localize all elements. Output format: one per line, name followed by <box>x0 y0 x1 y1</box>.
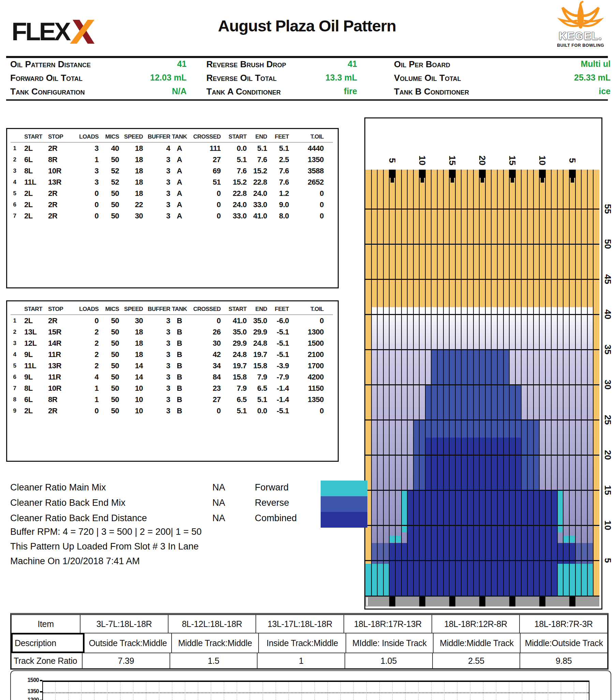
tape-vertical-gridline <box>522 682 522 700</box>
table-cell: 4 <box>143 144 170 153</box>
table-cell: B <box>170 361 189 370</box>
tape-vertical-gridline <box>470 682 470 700</box>
distance-label: 10 <box>601 518 614 532</box>
table-cell: 0 <box>189 212 221 221</box>
board-separator <box>431 170 432 596</box>
tape-vertical-gridline <box>457 682 458 700</box>
table-cell: 2100 <box>289 350 324 359</box>
board-separator <box>581 170 581 596</box>
row-number: 8 <box>7 396 22 403</box>
tape-vertical-gridline <box>548 682 548 700</box>
table-cell: 1500 <box>289 339 324 348</box>
oil-pattern-sheet: FLEX August Plaza Oil Pattern KEGEL. BUI… <box>0 0 614 700</box>
table-cell: 10R <box>46 384 75 393</box>
legend-label: Combined <box>255 513 297 524</box>
table-cell: 30 <box>119 316 143 325</box>
table-cell: 40 <box>99 144 119 153</box>
board-separator <box>503 170 504 596</box>
table-cell: 50 <box>99 316 119 325</box>
column-header: STOP <box>46 306 75 313</box>
board-separator <box>551 170 552 596</box>
table-cell: -1.4 <box>267 395 289 404</box>
tape-vertical-gridline <box>496 682 496 700</box>
table-cell: 3 <box>143 395 170 404</box>
table-cell: 1700 <box>289 361 324 370</box>
table-cell: 8R <box>46 155 75 164</box>
table-cell: 19.7 <box>221 361 247 370</box>
table-cell: 7.9 <box>221 384 247 393</box>
table-cell: A <box>170 178 189 187</box>
board-number-label: 10 <box>415 153 429 167</box>
table-cell: 15.2 <box>247 166 267 175</box>
board-marker <box>449 170 456 178</box>
board-separator <box>407 170 408 596</box>
distance-gridline <box>365 349 599 350</box>
board-number-label: 10 <box>536 153 549 167</box>
tape-vertical-gridline <box>379 682 380 700</box>
table-cell: A <box>170 189 189 198</box>
board-separator <box>533 170 534 596</box>
table-cell: 33.0 <box>247 200 267 209</box>
table-cell: 15R <box>46 328 75 337</box>
track-zone-cell: 2.55 <box>433 653 520 668</box>
table-cell: 2R <box>46 200 75 209</box>
table-cell: 0.0 <box>221 144 247 153</box>
board-separator <box>467 170 468 596</box>
table-cell: 18 <box>119 155 143 164</box>
info-value: 41 <box>98 59 187 69</box>
table-cell: 2R <box>46 189 75 198</box>
track-zone-header: 18L-18R:17R-13R <box>344 615 432 633</box>
page-title: August Plaza Oil Pattern <box>137 16 477 35</box>
table-cell: 10 <box>119 395 143 404</box>
table-cell: A <box>170 200 189 209</box>
board-separator <box>383 170 384 596</box>
track-zone-row: Item3L-7L:18L-18R8L-12L:18L-18R13L-17L:1… <box>11 615 607 633</box>
tape-vertical-gridline <box>55 682 55 700</box>
column-header: BUFFER <box>143 134 170 140</box>
board-separator <box>479 170 479 596</box>
table-cell: 15.2 <box>221 178 247 187</box>
table-cell: 18 <box>119 339 143 348</box>
table-cell: 84 <box>189 373 221 382</box>
table-cell: 29.9 <box>247 328 267 337</box>
board-marker <box>569 170 575 178</box>
column-header: END <box>247 306 267 313</box>
bar-marker <box>539 597 546 607</box>
kegel-wordmark: KEGEL. <box>552 30 609 42</box>
legend-swatch-combined <box>321 512 367 528</box>
table-cell: 0 <box>75 316 99 325</box>
track-zone-cell: Description <box>11 633 84 653</box>
table-cell: 0 <box>289 189 324 198</box>
board-separator <box>509 170 510 596</box>
board-marker <box>479 170 485 178</box>
tape-vertical-gridline <box>535 682 535 700</box>
table-cell: 41.0 <box>221 316 247 325</box>
table-cell: 0 <box>289 316 324 325</box>
pattern-rect <box>389 543 575 596</box>
board-separator <box>449 170 450 596</box>
table-cell: 22.8 <box>247 178 267 187</box>
table-cell: 52 <box>99 166 119 175</box>
column-header: LOADS <box>75 306 99 313</box>
tape-vertical-gridline <box>289 682 289 700</box>
table-cell: 7.6 <box>221 166 247 175</box>
table-cell: 24.0 <box>247 189 267 198</box>
table-cell: 18 <box>119 178 143 187</box>
table-cell: B <box>170 384 189 393</box>
table-cell: 6.5 <box>221 395 247 404</box>
upload-note-line1: This Pattern Up Loaded From Slot # 3 In … <box>10 541 199 552</box>
table-cell: 4 <box>75 373 99 382</box>
board-marker-notch <box>541 178 545 183</box>
track-zone-cell: Track Zone Ratio <box>11 653 82 668</box>
row-number: 1 <box>7 145 22 152</box>
column-header: SPEED <box>119 306 143 313</box>
tape-vertical-gridline <box>94 682 94 700</box>
track-zone-header: 3L-7L:18L-18R <box>80 615 168 633</box>
table-cell: 3 <box>143 166 170 175</box>
table-cell: 50 <box>99 373 119 382</box>
table-cell: 3 <box>143 328 170 337</box>
tape-vertical-gridline <box>263 682 263 700</box>
track-zone-header: Item <box>11 615 80 633</box>
board-separator <box>545 170 546 596</box>
board-number-label: 5 <box>385 153 399 167</box>
